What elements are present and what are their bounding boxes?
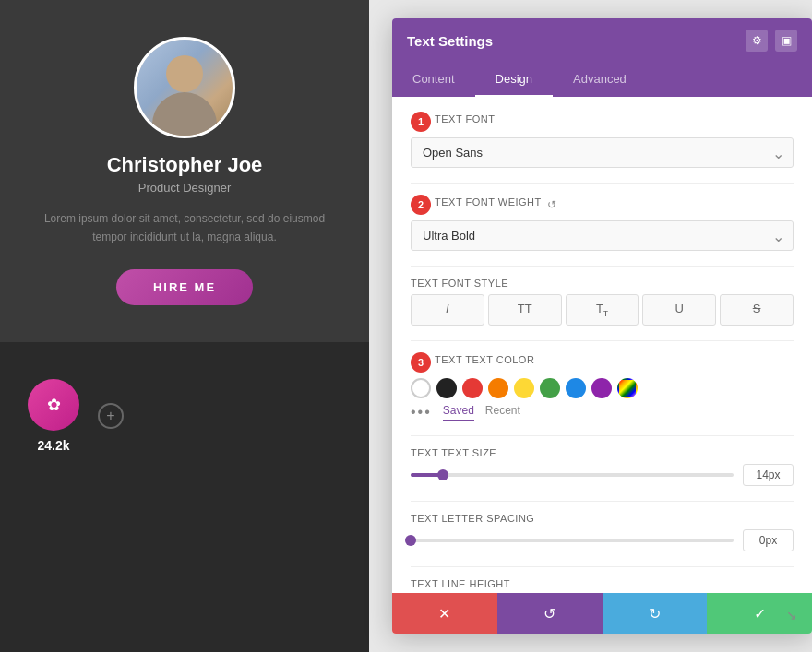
font-weight-label: Text Font Weight (435, 196, 542, 207)
letter-spacing-slider-row (411, 529, 794, 551)
letter-spacing-input[interactable] (743, 529, 794, 551)
text-size-slider-row (411, 464, 794, 486)
font-weight-label-row: 2 Text Font Weight ↺ (411, 195, 794, 215)
font-weight-select-wrapper: Ultra Bold Bold Normal Light (411, 220, 794, 251)
text-size-label: Text Text Size (411, 447, 794, 458)
style-italic-btn[interactable]: I (411, 294, 484, 326)
style-underline-btn[interactable]: U (642, 294, 716, 326)
color-orange[interactable] (488, 378, 508, 398)
stats-label: 24.2k (28, 438, 79, 453)
text-size-input[interactable] (743, 464, 794, 486)
step-2-badge: 2 (411, 195, 431, 215)
color-tabs: ••• Saved Recent (411, 404, 794, 421)
tab-advanced[interactable]: Advanced (553, 63, 647, 97)
font-select-wrapper: Open Sans Roboto Lato (411, 137, 794, 168)
text-size-group: Text Text Size (411, 447, 794, 486)
font-style-row: I TT Tт U S (411, 294, 794, 326)
color-row (411, 378, 794, 398)
text-color-label-row: 3 Text Text Color (411, 352, 794, 373)
line-height-label: Text Line Height (411, 578, 794, 589)
tab-content[interactable]: Content (392, 63, 475, 97)
action-bar: ✕ ↺ ↻ ✓ (392, 593, 812, 634)
more-colors-btn[interactable]: ••• (411, 404, 432, 421)
profile-title: Product Designer (28, 181, 341, 195)
text-size-track[interactable] (411, 473, 734, 477)
tab-design[interactable]: Design (475, 63, 553, 97)
color-red[interactable] (462, 378, 483, 398)
settings-content: 1 Text Font Open Sans Roboto Lato 2 Text… (392, 97, 812, 593)
color-green[interactable] (540, 378, 560, 398)
font-label: Text Font (435, 113, 495, 124)
cancel-button[interactable]: ✕ (392, 593, 497, 634)
columns-icon[interactable]: ▣ (775, 30, 797, 52)
settings-title: Text Settings (407, 33, 493, 49)
settings-icon[interactable]: ⚙ (746, 30, 768, 52)
text-color-group: 3 Text Text Color ••• Saved Recent (411, 352, 794, 421)
avatar (134, 37, 235, 138)
step-1-badge: 1 (411, 112, 431, 132)
font-weight-group: 2 Text Font Weight ↺ Ultra Bold Bold Nor… (411, 195, 794, 251)
font-style-label: Text Font Style (411, 278, 794, 289)
color-yellow[interactable] (514, 378, 534, 398)
font-style-group: Text Font Style I TT Tт U S (411, 278, 794, 326)
font-group: 1 Text Font Open Sans Roboto Lato (411, 112, 794, 168)
profile-section: Christopher Joe Product Designer Lorem i… (0, 0, 369, 342)
font-label-row: 1 Text Font (411, 112, 794, 132)
settings-tabs: Content Design Advanced (392, 63, 812, 97)
color-black[interactable] (436, 378, 457, 398)
undo-button[interactable]: ↺ (497, 593, 603, 634)
profile-bio: Lorem ipsum dolor sit amet, consectetur,… (28, 209, 341, 247)
saved-tab[interactable]: Saved (443, 404, 474, 421)
color-white[interactable] (411, 378, 431, 398)
step-3-badge: 3 (411, 352, 431, 373)
font-select[interactable]: Open Sans Roboto Lato (411, 137, 794, 168)
letter-spacing-group: Text Letter Spacing (411, 513, 794, 551)
hire-button[interactable]: HIRE ME (116, 269, 253, 305)
letter-spacing-track[interactable] (411, 539, 734, 542)
style-uppercase-btn[interactable]: TT (488, 294, 562, 326)
preview-panel: Christopher Joe Product Designer Lorem i… (0, 0, 369, 652)
color-purple[interactable] (591, 378, 612, 398)
style-capitalize-btn[interactable]: Tт (566, 294, 639, 326)
style-strikethrough-btn[interactable]: S (720, 294, 794, 326)
settings-panel: Text Settings ⚙ ▣ Content Design Advance… (392, 18, 812, 634)
dark-section: ✿ 24.2k + (0, 342, 369, 490)
line-height-group: Text Line Height (411, 578, 794, 593)
settings-header: Text Settings ⚙ ▣ (392, 18, 812, 63)
header-icons: ⚙ ▣ (746, 30, 797, 52)
font-weight-reset-icon[interactable]: ↺ (547, 198, 556, 211)
corner-scroll-icon: ↘ (786, 608, 805, 626)
recent-tab[interactable]: Recent (485, 404, 520, 421)
letter-spacing-label: Text Letter Spacing (411, 513, 794, 524)
color-blue[interactable] (566, 378, 586, 398)
font-weight-select[interactable]: Ultra Bold Bold Normal Light (411, 220, 794, 251)
color-custom[interactable] (617, 378, 638, 398)
social-icon[interactable]: ✿ (28, 379, 79, 431)
redo-button[interactable]: ↻ (603, 593, 708, 634)
add-social-button[interactable]: + (98, 403, 124, 429)
profile-name: Christopher Joe (28, 153, 341, 177)
text-color-label: Text Text Color (435, 354, 534, 365)
